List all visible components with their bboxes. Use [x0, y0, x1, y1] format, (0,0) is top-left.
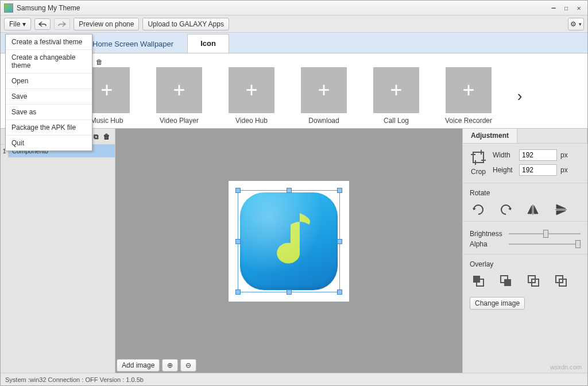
change-image-button[interactable]: Change image [470, 297, 525, 310]
adjustment-tab[interactable]: Adjustment [463, 129, 517, 143]
redo-icon [58, 21, 66, 28]
add-image-button[interactable]: Add image [117, 359, 160, 372]
maximize-button[interactable]: ☐ [561, 3, 571, 13]
menu-open[interactable]: Open [6, 74, 92, 89]
caret-down-icon: ▾ [579, 21, 582, 27]
icon-item-call-log[interactable]: + Call Log [369, 67, 423, 125]
rotate-right-icon [499, 203, 513, 216]
layer-back-icon [555, 275, 567, 287]
icon-thumb: + [229, 67, 274, 113]
status-text: System :win32 Connection : OFF Version :… [5, 376, 144, 383]
overlay-label: Overlay [470, 260, 581, 268]
zoom-out-button[interactable]: ⊖ [180, 359, 196, 372]
copy-icon[interactable]: ⧉ [94, 133, 99, 141]
minimize-button[interactable]: — [548, 3, 559, 13]
menu-save[interactable]: Save [6, 89, 92, 105]
window-title: Samsung My Theme [17, 4, 546, 12]
redo-button[interactable] [54, 18, 70, 30]
upload-button[interactable]: Upload to GALAXY Apps [142, 18, 229, 30]
workarea: Components ⧉ 🗑 1 Component0 [1, 129, 587, 373]
close-button[interactable]: ✕ [574, 3, 584, 13]
zoom-in-button[interactable]: ⊕ [162, 359, 178, 372]
undo-icon [38, 21, 47, 28]
flip-h-icon [527, 203, 540, 216]
canvas-area[interactable]: Add image ⊕ ⊖ [115, 129, 462, 373]
menu-quit[interactable]: Quit [6, 136, 92, 150]
height-input[interactable] [519, 164, 557, 176]
icon-thumb: + [301, 67, 347, 113]
menu-create-festival[interactable]: Create a festival theme [6, 34, 92, 50]
flip-vertical-button[interactable] [552, 202, 570, 218]
zoom-in-icon: ⊕ [167, 361, 173, 369]
toolbar: File ▾ Preview on phone Upload to GALAXY… [1, 16, 587, 33]
scroll-right-button[interactable]: › [514, 79, 525, 113]
icon-item-voice-recorder[interactable]: + Voice Recorder [442, 67, 496, 125]
undo-button[interactable] [34, 18, 51, 30]
rotate-left-button[interactable] [470, 202, 487, 218]
zoom-out-icon: ⊖ [185, 361, 191, 369]
layer-backward-icon [527, 275, 540, 287]
preview-on-phone-button[interactable]: Preview on phone [74, 18, 139, 30]
flip-v-icon [554, 203, 568, 216]
menu-package-apk[interactable]: Package the APK file [6, 120, 92, 136]
send-back-button[interactable] [552, 273, 570, 289]
rotate-right-button[interactable] [497, 202, 514, 218]
crop-label: Crop [471, 168, 486, 176]
delete-icon[interactable]: 🗑 [103, 133, 110, 141]
crop-button[interactable] [470, 149, 487, 165]
app-icon [4, 3, 13, 13]
brightness-slider[interactable]: Brightness [470, 230, 581, 238]
settings-button[interactable]: ⚙ ▾ [568, 18, 584, 30]
file-menu-button[interactable]: File ▾ [4, 18, 31, 30]
bring-front-button[interactable] [470, 273, 487, 289]
rotate-label: Rotate [470, 189, 581, 197]
bring-forward-button[interactable] [497, 273, 514, 289]
width-label: Width [493, 151, 516, 159]
gear-icon: ⚙ [570, 20, 577, 28]
flip-horizontal-button[interactable] [525, 202, 542, 218]
menu-save-as[interactable]: Save as [6, 105, 92, 120]
empty-tab[interactable] [517, 129, 587, 143]
alpha-slider[interactable]: Alpha [470, 240, 581, 248]
icon-thumb: + [446, 67, 492, 113]
adjustment-pane: Adjustment Crop Width px [462, 129, 587, 373]
icon-thumb: + [156, 67, 202, 113]
delete-icon[interactable]: 🗑 [96, 58, 103, 66]
selection-box[interactable] [238, 190, 340, 292]
menu-create-changeable[interactable]: Create a changeable theme [6, 50, 92, 74]
svg-rect-4 [504, 279, 511, 286]
titlebar: Samsung My Theme — ☐ ✕ [1, 1, 587, 16]
rotate-left-icon [471, 203, 485, 216]
icon-thumb: + [373, 67, 419, 113]
file-menu-label: File [9, 20, 20, 28]
statusbar: System :win32 Connection : OFF Version :… [1, 373, 587, 385]
crop-icon [471, 150, 486, 165]
components-pane: Components ⧉ 🗑 1 Component0 [1, 129, 115, 373]
tab-icon[interactable]: Icon [187, 34, 229, 53]
chevron-right-icon: › [517, 87, 523, 105]
canvas [229, 181, 349, 302]
height-label: Height [493, 166, 516, 174]
file-dropdown-menu: Create a festival theme Create a changea… [5, 34, 92, 151]
caret-down-icon: ▾ [22, 20, 26, 28]
icon-item-video-player[interactable]: + Video Player [152, 67, 206, 125]
width-input[interactable] [519, 149, 557, 161]
layer-forward-icon [500, 275, 512, 287]
app-window: Samsung My Theme — ☐ ✕ File ▾ Preview on… [0, 0, 588, 386]
icon-item-download[interactable]: + Download [297, 67, 351, 125]
watermark: wsxdn.com [550, 364, 582, 370]
layer-front-icon [472, 275, 485, 287]
icon-item-video-hub[interactable]: + Video Hub [225, 67, 278, 125]
send-backward-button[interactable] [525, 273, 542, 289]
svg-rect-0 [473, 152, 483, 163]
